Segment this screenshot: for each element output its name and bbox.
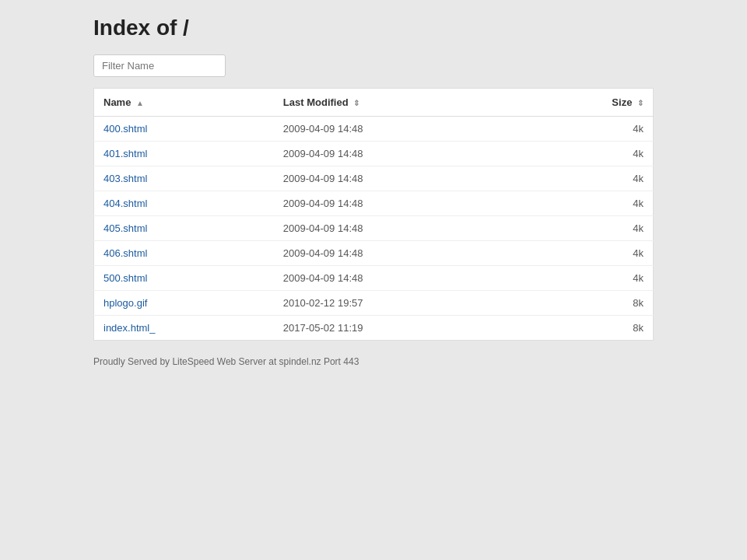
table-row: index.html_2017-05-02 11:198k	[94, 316, 654, 341]
file-link[interactable]: 404.shtml	[103, 198, 147, 209]
file-size-cell: 4k	[524, 166, 654, 191]
table-row: 403.shtml2009-04-09 14:484k	[94, 166, 654, 191]
size-sort-icon: ⇕	[637, 99, 644, 107]
table-header-row: Name ▲ Last Modified ⇕ Size ⇕	[94, 89, 654, 117]
file-link[interactable]: 400.shtml	[103, 123, 147, 135]
file-date-cell: 2009-04-09 14:48	[274, 142, 524, 166]
file-link[interactable]: hplogo.gif	[103, 297, 147, 309]
file-size-cell: 4k	[524, 191, 654, 216]
page-title: Index of /	[93, 16, 654, 40]
file-name-cell: 403.shtml	[94, 166, 274, 191]
column-header-last-modified[interactable]: Last Modified ⇕	[274, 89, 524, 117]
main-container: Index of / Name ▲ Last Modified ⇕ Size ⇕…	[62, 0, 685, 383]
last-modified-sort-icon: ⇕	[353, 99, 359, 107]
file-date-cell: 2009-04-09 14:48	[274, 241, 524, 266]
table-row: 500.shtml2009-04-09 14:484k	[94, 266, 654, 291]
file-name-cell: 404.shtml	[94, 191, 274, 216]
column-header-size[interactable]: Size ⇕	[524, 89, 654, 117]
footer: Proudly Served by LiteSpeed Web Server a…	[93, 356, 654, 367]
file-date-cell: 2010-02-12 19:57	[274, 291, 524, 316]
file-link[interactable]: index.html_	[103, 322, 155, 334]
table-row: 404.shtml2009-04-09 14:484k	[94, 191, 654, 216]
table-row: 401.shtml2009-04-09 14:484k	[94, 142, 654, 166]
file-size-cell: 4k	[524, 216, 654, 241]
file-name-cell: index.html_	[94, 316, 274, 341]
file-date-cell: 2009-04-09 14:48	[274, 191, 524, 216]
file-name-cell: 405.shtml	[94, 216, 274, 241]
file-size-cell: 8k	[524, 291, 654, 316]
file-date-cell: 2009-04-09 14:48	[274, 166, 524, 191]
file-name-cell: hplogo.gif	[94, 291, 274, 316]
table-row: 406.shtml2009-04-09 14:484k	[94, 241, 654, 266]
column-name-label: Name	[103, 96, 131, 108]
table-row: 400.shtml2009-04-09 14:484k	[94, 117, 654, 142]
file-name-cell: 500.shtml	[94, 266, 274, 291]
table-row: hplogo.gif2010-02-12 19:578k	[94, 291, 654, 316]
file-date-cell: 2009-04-09 14:48	[274, 117, 524, 142]
file-table-body: 400.shtml2009-04-09 14:484k401.shtml2009…	[94, 117, 654, 341]
file-link[interactable]: 405.shtml	[103, 222, 147, 234]
file-date-cell: 2009-04-09 14:48	[274, 266, 524, 291]
file-size-cell: 4k	[524, 117, 654, 142]
file-size-cell: 8k	[524, 316, 654, 341]
name-sort-icon: ▲	[136, 99, 144, 107]
file-size-cell: 4k	[524, 266, 654, 291]
file-date-cell: 2009-04-09 14:48	[274, 216, 524, 241]
column-last-modified-label: Last Modified	[283, 96, 349, 108]
file-link[interactable]: 406.shtml	[103, 247, 147, 259]
file-link[interactable]: 500.shtml	[103, 272, 147, 284]
column-size-label: Size	[612, 96, 632, 108]
file-link[interactable]: 401.shtml	[103, 148, 147, 159]
filter-input[interactable]	[93, 54, 226, 77]
file-link[interactable]: 403.shtml	[103, 173, 147, 184]
column-header-name[interactable]: Name ▲	[94, 89, 274, 117]
file-name-cell: 401.shtml	[94, 142, 274, 166]
file-size-cell: 4k	[524, 142, 654, 166]
footer-text: Proudly Served by LiteSpeed Web Server a…	[93, 356, 359, 367]
table-row: 405.shtml2009-04-09 14:484k	[94, 216, 654, 241]
file-name-cell: 400.shtml	[94, 117, 274, 142]
file-name-cell: 406.shtml	[94, 241, 274, 266]
file-table: Name ▲ Last Modified ⇕ Size ⇕ 400.shtml2…	[93, 88, 654, 341]
file-date-cell: 2017-05-02 11:19	[274, 316, 524, 341]
file-size-cell: 4k	[524, 241, 654, 266]
